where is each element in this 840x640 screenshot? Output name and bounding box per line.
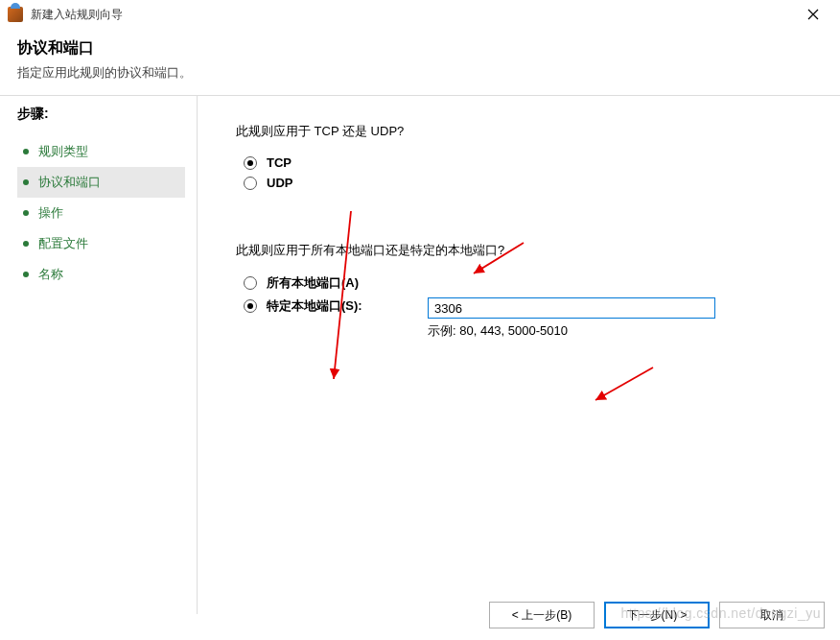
radio-tcp[interactable]: TCP (236, 155, 813, 170)
bullet-icon (23, 272, 29, 277)
window-title: 新建入站规则向导 (31, 7, 794, 23)
step-name[interactable]: 名称 (17, 259, 185, 290)
radio-icon (244, 177, 257, 190)
step-protocol-port[interactable]: 协议和端口 (17, 167, 185, 198)
radio-specific-ports[interactable]: 特定本地端口(S): (236, 297, 428, 315)
radio-icon (244, 276, 257, 290)
radio-label-udp: UDP (267, 176, 292, 190)
step-label: 配置文件 (38, 235, 88, 252)
wizard-window: 新建入站规则向导 协议和端口 指定应用此规则的协议和端口。 步骤: 规则类型 协… (0, 0, 840, 640)
port-question: 此规则应用于所有本地端口还是特定的本地端口? (236, 242, 813, 259)
step-label: 规则类型 (38, 143, 88, 160)
bullet-icon (23, 210, 29, 216)
radio-all-ports[interactable]: 所有本地端口(A) (236, 274, 813, 292)
step-label: 名称 (38, 266, 63, 283)
body: 步骤: 规则类型 协议和端口 操作 配置文件 名称 (0, 96, 840, 614)
app-icon (8, 7, 23, 22)
radio-label-tcp: TCP (267, 155, 292, 170)
watermark-text: https://blog.csdn.net/dongzi_yu (620, 605, 821, 621)
port-section: 此规则应用于所有本地端口还是特定的本地端口? 所有本地端口(A) 特定本地端口(… (236, 242, 813, 340)
svg-line-2 (595, 367, 653, 400)
protocol-question: 此规则应用于 TCP 还是 UDP? (236, 123, 813, 140)
sidebar: 步骤: 规则类型 协议和端口 操作 配置文件 名称 (0, 96, 197, 614)
bullet-icon (23, 241, 29, 247)
header: 协议和端口 指定应用此规则的协议和端口。 (0, 29, 840, 95)
step-label: 协议和端口 (38, 174, 101, 191)
step-rule-type[interactable]: 规则类型 (17, 136, 185, 167)
radio-specific-ports-row: 特定本地端口(S): 示例: 80, 443, 5000-5010 (236, 297, 813, 340)
page-subtitle: 指定应用此规则的协议和端口。 (17, 64, 823, 82)
radio-label-all-ports: 所有本地端口(A) (267, 274, 359, 292)
close-icon (807, 9, 819, 20)
radio-icon (244, 299, 257, 313)
back-button[interactable]: < 上一步(B) (489, 602, 595, 628)
titlebar: 新建入站规则向导 (0, 0, 840, 29)
step-profile[interactable]: 配置文件 (17, 228, 185, 259)
port-input[interactable] (428, 297, 715, 319)
bullet-icon (23, 179, 29, 185)
bullet-icon (23, 149, 29, 154)
close-button[interactable] (794, 3, 832, 26)
step-label: 操作 (38, 204, 63, 222)
page-title: 协议和端口 (17, 38, 823, 59)
radio-icon (244, 156, 257, 170)
main-panel: 此规则应用于 TCP 还是 UDP? TCP UDP 此规则应用于所有本地端口还… (198, 96, 840, 614)
annotation-arrow-icon (586, 360, 663, 408)
port-example-text: 示例: 80, 443, 5000-5010 (428, 322, 813, 340)
radio-udp[interactable]: UDP (236, 176, 813, 190)
steps-heading: 步骤: (17, 106, 185, 123)
radio-label-specific-ports: 特定本地端口(S): (267, 297, 362, 315)
step-action[interactable]: 操作 (17, 198, 185, 228)
